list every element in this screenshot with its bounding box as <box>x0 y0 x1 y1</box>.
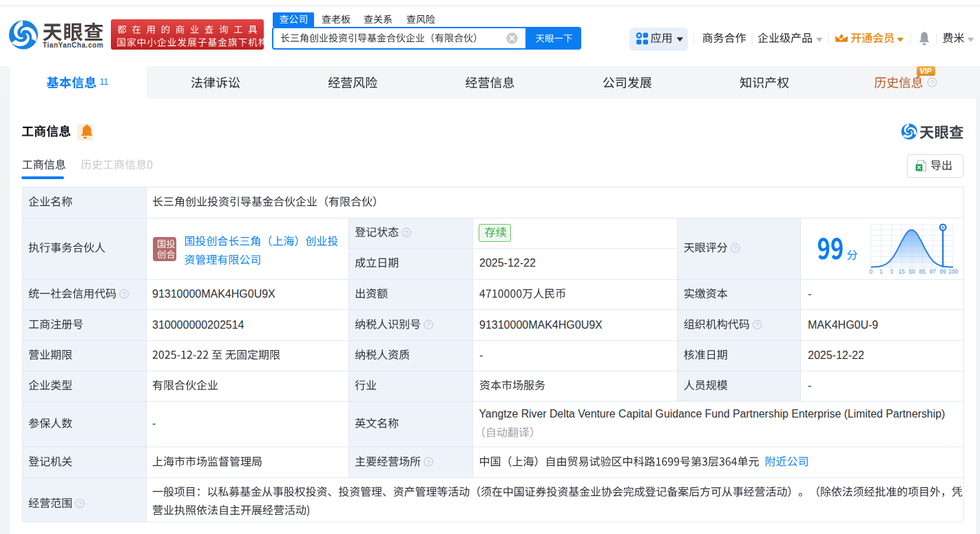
svg-text:-: - <box>152 418 156 429</box>
svg-text:TianYanCha.com: TianYanCha.com <box>43 41 103 49</box>
svg-text:3: 3 <box>890 268 893 275</box>
svg-text:?: ? <box>930 79 934 86</box>
svg-text:Yangtze River Delta Venture Ca: Yangtze River Delta Venture Capital Guid… <box>479 408 946 420</box>
svg-text:1: 1 <box>879 268 883 275</box>
svg-text:-: - <box>808 380 811 391</box>
svg-text:?: ? <box>733 244 737 251</box>
svg-text:2025-12-22: 2025-12-22 <box>479 257 536 269</box>
svg-text:91310000MAK4HG0U9X: 91310000MAK4HG0U9X <box>479 319 603 331</box>
svg-text:?: ? <box>79 500 82 507</box>
svg-text:2025-12-22: 2025-12-22 <box>808 349 864 361</box>
svg-text:MAK4HG0U-9: MAK4HG0U-9 <box>808 319 878 331</box>
svg-text:?: ? <box>427 458 430 466</box>
svg-text:50: 50 <box>909 268 916 275</box>
svg-text:?: ? <box>427 320 430 328</box>
svg-text:0: 0 <box>869 268 873 275</box>
svg-text:15: 15 <box>899 268 906 275</box>
svg-text:97: 97 <box>929 268 936 275</box>
svg-text:99: 99 <box>939 268 946 275</box>
svg-text:?: ? <box>755 320 759 328</box>
svg-text:91310000MAK4HG0U9X: 91310000MAK4HG0U9X <box>152 288 275 300</box>
svg-text:100: 100 <box>948 268 958 275</box>
svg-text:?: ? <box>405 229 408 236</box>
svg-text:85: 85 <box>919 268 926 275</box>
svg-text:VIP: VIP <box>920 67 932 75</box>
svg-text:11: 11 <box>100 77 109 87</box>
svg-text:?: ? <box>123 290 126 298</box>
svg-text:-: - <box>808 288 811 300</box>
svg-text:310000000202514: 310000000202514 <box>152 319 244 331</box>
svg-text:-: - <box>479 349 483 361</box>
